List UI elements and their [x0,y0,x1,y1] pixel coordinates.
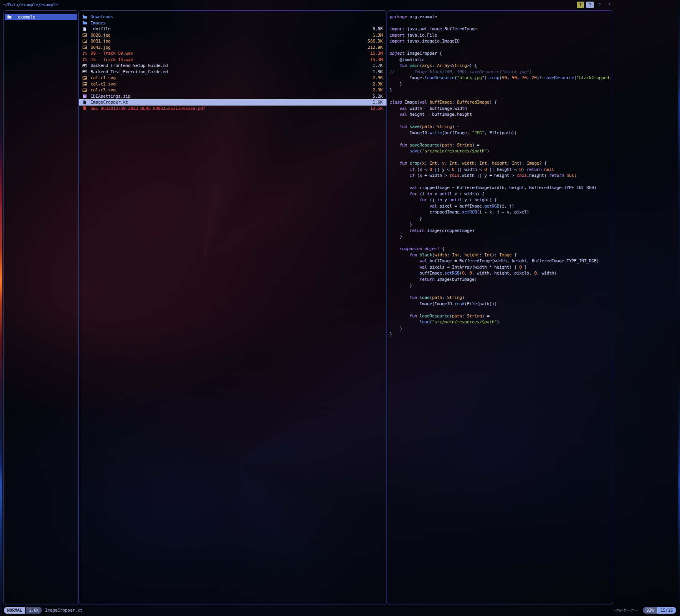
file-row[interactable]: ImageCropper.kt1.6K [79,99,386,106]
code-line [390,45,610,51]
file-row[interactable]: 0031.jpg586.3K [79,38,386,45]
code-line [390,240,610,246]
code-line: val buffImage = BufferedImage(width, hei… [390,258,610,264]
file-size: 2.9K [368,87,383,93]
header-bar: ~/Data/example/example 1123 [0,0,680,10]
code-line: save("src/main/resources/$path") [390,148,610,154]
file-name: IDEAsettings.zip [91,94,130,99]
file-size: 1.6K [368,100,383,105]
code-line: } [390,221,610,228]
code-line: return Image(buffImage) [390,276,610,283]
file-size: 1.7K [368,63,383,68]
pdf-icon [82,106,88,111]
parent-list: example [4,14,78,20]
code-line: fun crop(x: Int, y: Int, width: Int, hei… [390,160,610,167]
tab-2[interactable]: 1 [586,2,594,8]
image-icon [82,76,88,80]
file-row[interactable]: cal-c1.svg2.9K [79,75,386,81]
file-row[interactable]: cal-c2.svg2.9K [79,81,386,87]
tab-1[interactable]: 1 [577,2,584,8]
file-name: cal-c1.svg [91,75,115,80]
code-line: } [390,87,610,93]
code-line: for (i in x until x + width) { [390,191,610,197]
status-bar: NORMAL 1.6K ImageCropper.kt -rw-r--r-- 9… [0,607,680,614]
code-line: ImageIO.write(buffImage, "JPG", File(pat… [390,130,610,136]
kotlin-file-icon [82,100,88,105]
file-row[interactable]: Downloads [79,14,386,20]
code-line [390,179,610,185]
file-name: 09 - Track 09.wav [91,51,133,56]
file-name: Backend_Frontend_Setup_Guide.md [91,63,168,68]
file-size: 15.3M [365,51,383,56]
image-icon [82,82,88,86]
file-size: 212.9K [363,45,383,50]
file-row[interactable]: 15 - Track 15.wav15.3M [79,57,386,63]
file-pane: DownloadsImages.dotfile0.0B0028.jpg1.3M0… [79,10,387,605]
parent-pane: example [3,10,79,605]
code-line: if (x < 0 || y < 0 || width < 0 || heigh… [390,167,610,173]
markdown-icon [82,63,88,68]
image-icon [82,88,88,93]
file-size: 15.3M [365,57,383,62]
code-line: buffImage.setRGB(0, 0, width, height, pi… [390,270,610,276]
file-name: cal-c3.svg [91,87,115,93]
code-line: fun saveResource(path: String) = [390,142,610,148]
code-line [390,154,610,161]
code-line: // Image.black(100, 100).saveResource("b… [390,69,610,75]
code-line: Image(ImageIO.read(File(path))) [390,301,610,307]
file-name: 15 - Track 15.wav [91,57,133,62]
parent-dir-item[interactable]: example [5,14,77,20]
file-size: 0.0B [368,26,383,32]
audio-icon [82,51,88,56]
file-row[interactable]: SBI_0032013739_2023_DE05_0003155631Invoi… [79,106,386,112]
code-line: object ImageCropper { [390,50,610,57]
code-line: fun black(width: Int, height: Int): Imag… [390,252,610,258]
code-line: fun main(args: Array<String>) { [390,63,610,69]
code-line: } [390,325,610,332]
file-row[interactable]: 0042.jpg212.9K [79,45,386,51]
code-line: import java.awt.image.BufferedImage [390,26,610,32]
file-row[interactable]: .dotfile0.0B [79,26,386,32]
file-name: Downloads [91,14,113,19]
file-row[interactable]: IDEAsettings.zip5.2K [79,93,386,100]
code-line [390,136,610,142]
file-row[interactable]: 09 - Track 09.wav15.3M [79,50,386,57]
file-row[interactable]: 0028.jpg1.3M [79,32,386,39]
mode-chip-group: NORMAL 1.6K [4,607,42,614]
code-line: } [390,81,610,87]
position-chip-group: 93% 15/16 [643,607,676,614]
file-row[interactable]: Images [79,20,386,26]
image-icon [82,45,88,50]
code-line: Image.loadResource("black.jpg").crop(50,… [390,75,610,81]
code-line [390,118,610,124]
code-line: } [390,331,610,338]
file-size: 12.5K [365,106,383,111]
file-size: 2.9K [368,82,383,87]
file-row[interactable]: cal-c3.svg2.9K [79,87,386,93]
file-name: 0042.jpg [91,45,111,50]
tab-3[interactable]: 2 [596,2,604,8]
mode-badge: NORMAL [4,607,25,614]
image-icon [82,39,88,44]
wallpaper-edge-right [678,0,680,616]
code-line: val height = buffImage.height [390,111,610,118]
code-line: class Image(val buffImage: BufferedImage… [390,99,610,106]
file-name: cal-c2.svg [91,82,115,87]
code-line: companion object { [390,246,610,252]
file-name: Backend_Test_Execution_Guide.md [91,69,168,74]
code-line [390,93,610,100]
code-line: import java.io.File [390,32,610,39]
status-filename: ImageCropper.kt [45,608,82,613]
file-row[interactable]: Backend_Frontend_Setup_Guide.md1.7K [79,63,386,69]
code-line: import javax.imageio.ImageIO [390,38,610,45]
file-name: .dotfile [91,26,111,32]
file-row[interactable]: Backend_Test_Execution_Guide.md1.3K [79,69,386,75]
file-size: 2.9K [368,75,383,80]
tab-4[interactable]: 3 [606,2,613,8]
file-icon [82,27,88,32]
preview-pane: package org.example import java.awt.imag… [387,10,613,605]
file-size: 1.3M [368,33,383,38]
file-name: Images [91,20,106,26]
file-name: 0028.jpg [91,33,111,38]
file-size: 5.2K [368,94,383,99]
